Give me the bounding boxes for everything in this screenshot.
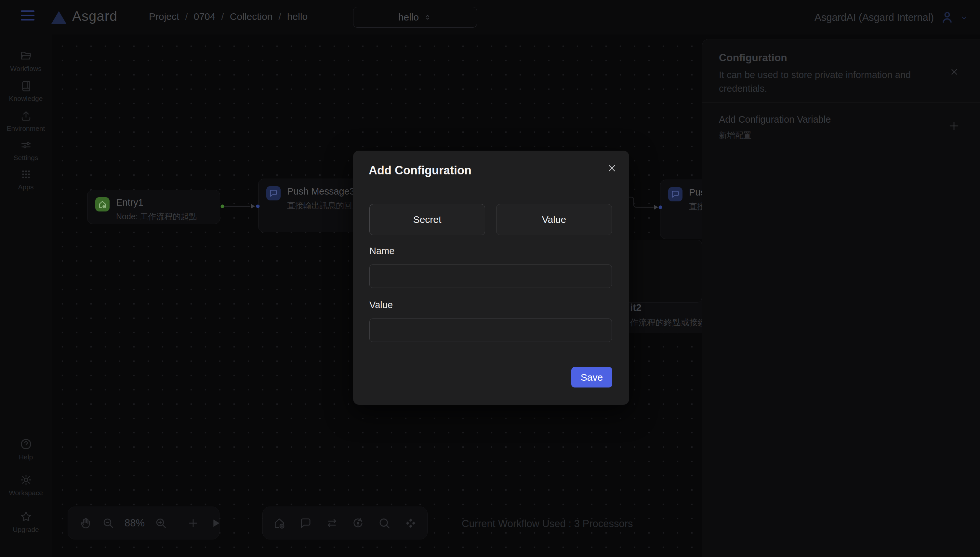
- tab-value[interactable]: Value: [496, 204, 612, 235]
- name-input[interactable]: [369, 264, 612, 288]
- add-configuration-modal: Add Configuration Secret Value Name Valu…: [353, 151, 629, 405]
- modal-close-icon[interactable]: [604, 160, 620, 176]
- name-field-label: Name: [369, 246, 394, 256]
- modal-title: Add Configuration: [369, 164, 472, 178]
- tab-secret[interactable]: Secret: [369, 204, 485, 235]
- save-button[interactable]: Save: [571, 367, 612, 388]
- value-field-label: Value: [369, 300, 393, 310]
- value-input[interactable]: [369, 319, 612, 342]
